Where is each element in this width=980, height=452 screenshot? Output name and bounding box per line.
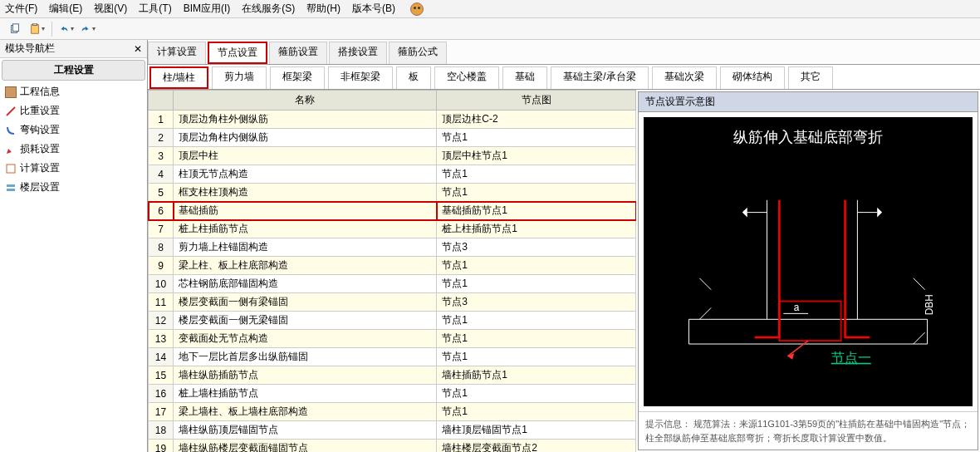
table-row[interactable]: 10芯柱钢筋底部锚固构造节点1 bbox=[149, 275, 636, 293]
undo-button[interactable]: ▾ bbox=[56, 21, 76, 37]
nav-item-hook[interactable]: 弯钩设置 bbox=[0, 120, 147, 140]
row-name: 顶层边角柱内侧纵筋 bbox=[174, 129, 437, 147]
row-name: 梁上墙柱、板上墙柱底部构造 bbox=[174, 403, 437, 421]
nav-item-project-info[interactable]: 工程信息 bbox=[0, 82, 147, 101]
tab-stirrup-settings[interactable]: 箍筋设置 bbox=[269, 42, 327, 64]
nav-item-calc[interactable]: 计算设置 bbox=[0, 159, 147, 178]
menu-online[interactable]: 在线服务(S) bbox=[242, 2, 295, 16]
nav-list: 工程信息 比重设置 弯钩设置 损耗设置 计算设置 楼层设置 bbox=[0, 82, 147, 197]
row-name: 顶层中柱 bbox=[174, 147, 437, 165]
row-num: 5 bbox=[149, 184, 174, 202]
row-node: 节点1 bbox=[437, 275, 636, 293]
dropdown-arrow-icon: ▾ bbox=[42, 25, 45, 32]
table-row[interactable]: 18墙柱纵筋顶层锚固节点墙柱顶层锚固节点1 bbox=[149, 421, 636, 440]
diagram-subtitle: 纵筋伸入基础底部弯折 bbox=[644, 127, 973, 147]
mascot-icon bbox=[410, 2, 424, 16]
table-row[interactable]: 16桩上墙柱插筋节点节点1 bbox=[149, 385, 636, 403]
row-node: 节点3 bbox=[437, 293, 636, 312]
svg-rect-8 bbox=[7, 189, 15, 191]
svg-line-22 bbox=[914, 278, 925, 290]
subtab-other[interactable]: 其它 bbox=[788, 66, 833, 89]
table-row[interactable]: 17梁上墙柱、板上墙柱底部构造节点1 bbox=[149, 403, 636, 421]
row-node: 节点3 bbox=[437, 238, 636, 257]
redo-button[interactable]: ▾ bbox=[77, 21, 97, 37]
table-row[interactable]: 6基础插筋基础插筋节点1 bbox=[149, 202, 636, 220]
row-name: 基础插筋 bbox=[174, 202, 437, 220]
row-node: 节点1 bbox=[437, 257, 636, 275]
svg-line-20 bbox=[699, 278, 711, 290]
menu-file[interactable]: 文件(F) bbox=[5, 2, 37, 16]
table-row[interactable]: 7桩上柱插筋节点桩上柱插筋节点1 bbox=[149, 220, 636, 238]
col-num bbox=[149, 91, 174, 111]
table-row[interactable]: 3顶层中柱顶层中柱节点1 bbox=[149, 147, 636, 165]
svg-rect-1 bbox=[12, 23, 18, 31]
nav-item-floor[interactable]: 楼层设置 bbox=[0, 178, 147, 197]
tab-lap-settings[interactable]: 搭接设置 bbox=[329, 42, 387, 64]
table-row[interactable]: 13变截面处无节点构造节点1 bbox=[149, 330, 636, 348]
row-node: 顶层边柱C-2 bbox=[437, 111, 636, 129]
module-nav-panel: 模块导航栏 ✕ 工程设置 工程信息 比重设置 弯钩设置 损耗设置 计算设置 楼层… bbox=[0, 40, 148, 452]
ruler-icon bbox=[5, 106, 17, 117]
col-name: 名称 bbox=[174, 91, 437, 111]
row-num: 1 bbox=[149, 111, 174, 129]
table-row[interactable]: 19墙柱纵筋楼层变截面锚固节点墙柱楼层变截面节点2 bbox=[149, 440, 636, 453]
menu-edit[interactable]: 编辑(E) bbox=[49, 2, 82, 16]
subtab-nonframe[interactable]: 非框架梁 bbox=[328, 66, 393, 89]
info-text: 规范算法：来源11G101-3第59页的"柱插筋在基础中锚固构造"节点；柱全部纵… bbox=[645, 419, 970, 443]
table-row[interactable]: 5框支柱柱顶构造节点1 bbox=[149, 184, 636, 202]
table-row[interactable]: 12楼层变截面一侧无梁锚固节点1 bbox=[149, 312, 636, 330]
menu-version[interactable]: 版本号(B) bbox=[352, 2, 395, 16]
row-name: 桩上墙柱插筋节点 bbox=[174, 385, 437, 403]
table-row[interactable]: 9梁上柱、板上柱底部构造节点1 bbox=[149, 257, 636, 275]
row-node: 顶层中柱节点1 bbox=[437, 147, 636, 165]
tab-calc-settings[interactable]: 计算设置 bbox=[148, 42, 206, 64]
table-row[interactable]: 8剪力墙上柱锚固构造节点3 bbox=[149, 238, 636, 257]
menu-bim[interactable]: BIM应用(I) bbox=[184, 2, 231, 16]
row-num: 2 bbox=[149, 129, 174, 147]
subtab-slab[interactable]: 板 bbox=[396, 66, 431, 89]
dropdown-arrow-icon: ▾ bbox=[92, 25, 96, 32]
subtab-foundation[interactable]: 基础 bbox=[502, 66, 547, 89]
row-node: 节点1 bbox=[437, 330, 636, 348]
row-num: 11 bbox=[149, 293, 174, 312]
table-row[interactable]: 14地下一层比首层多出纵筋锚固节点1 bbox=[149, 348, 636, 366]
subtab-capbeam[interactable]: 基础主梁/承台梁 bbox=[551, 66, 648, 89]
nav-item-loss[interactable]: 损耗设置 bbox=[0, 140, 147, 159]
svg-text:DBH: DBH bbox=[924, 294, 935, 315]
undo-icon bbox=[58, 23, 70, 35]
subtab-hollow[interactable]: 空心楼盖 bbox=[434, 66, 499, 89]
subtab-shearwall[interactable]: 剪力墙 bbox=[212, 66, 267, 89]
subtab-masonry[interactable]: 砌体结构 bbox=[720, 66, 785, 89]
subtab-column[interactable]: 柱/墙柱 bbox=[149, 66, 208, 89]
primary-tabs: 计算设置 节点设置 箍筋设置 搭接设置 箍筋公式 bbox=[148, 40, 980, 65]
row-name: 变截面处无节点构造 bbox=[174, 330, 437, 348]
menu-help[interactable]: 帮助(H) bbox=[306, 2, 341, 16]
tab-stirrup-formula[interactable]: 箍筋公式 bbox=[389, 42, 447, 64]
svg-line-25 bbox=[787, 341, 808, 356]
row-name: 桩上柱插筋节点 bbox=[174, 220, 437, 238]
table-row[interactable]: 2顶层边角柱内侧纵筋节点1 bbox=[149, 129, 636, 147]
subtab-secbeam[interactable]: 基础次梁 bbox=[652, 66, 717, 89]
svg-rect-15 bbox=[779, 302, 840, 341]
menu-view[interactable]: 视图(V) bbox=[94, 2, 127, 16]
menu-tools[interactable]: 工具(T) bbox=[139, 2, 171, 16]
row-node: 墙柱顶层锚固节点1 bbox=[437, 421, 636, 440]
hook-icon bbox=[5, 125, 17, 136]
node-table[interactable]: 名称 节点图 1顶层边角柱外侧纵筋顶层边柱C-22顶层边角柱内侧纵筋节点13顶层… bbox=[148, 90, 636, 452]
paste-icon bbox=[29, 23, 41, 35]
table-row[interactable]: 11楼层变截面一侧有梁锚固节点3 bbox=[149, 293, 636, 312]
paste-button[interactable]: ▾ bbox=[27, 21, 47, 37]
subtab-framebeam[interactable]: 框架梁 bbox=[270, 66, 325, 89]
nav-close-button[interactable]: ✕ bbox=[134, 43, 142, 55]
nav-item-weight[interactable]: 比重设置 bbox=[0, 101, 147, 120]
row-name: 梁上柱、板上柱底部构造 bbox=[174, 257, 437, 275]
table-row[interactable]: 15墙柱纵筋插筋节点墙柱插筋节点1 bbox=[149, 366, 636, 385]
tab-node-settings[interactable]: 节点设置 bbox=[208, 42, 267, 64]
nav-section-header[interactable]: 工程设置 bbox=[2, 60, 145, 81]
copy-button[interactable] bbox=[5, 21, 25, 37]
row-name: 柱顶无节点构造 bbox=[174, 165, 437, 184]
rebar-diagram-svg: a DBH 节点一 bbox=[644, 117, 973, 406]
table-row[interactable]: 4柱顶无节点构造节点1 bbox=[149, 165, 636, 184]
svg-line-21 bbox=[699, 307, 711, 319]
table-row[interactable]: 1顶层边角柱外侧纵筋顶层边柱C-2 bbox=[149, 111, 636, 129]
